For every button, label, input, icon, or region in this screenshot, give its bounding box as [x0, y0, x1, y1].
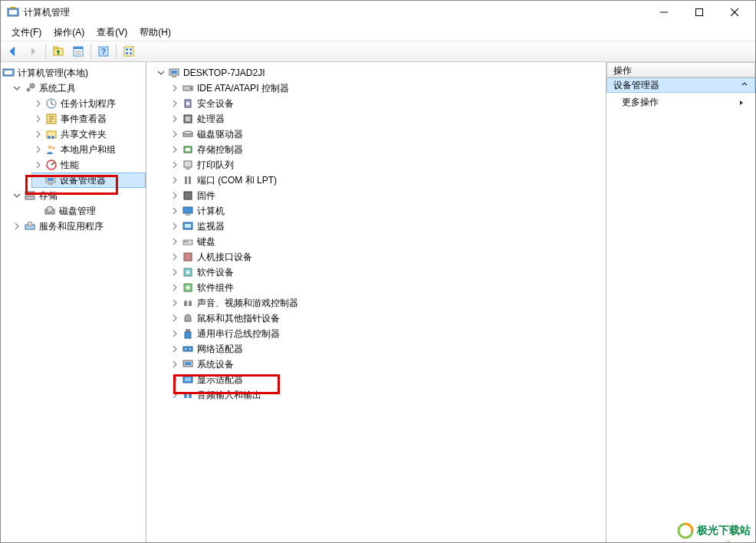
chevron-right-icon[interactable] — [33, 114, 44, 124]
chevron-right-icon[interactable] — [169, 98, 180, 109]
device-item[interactable]: 鼠标和其他指针设备 — [168, 311, 606, 326]
svg-rect-15 — [124, 47, 133, 56]
svg-point-46 — [186, 102, 189, 105]
device-item[interactable]: 软件组件 — [168, 280, 606, 295]
device-item[interactable]: 音频输入和输出 — [168, 387, 606, 403]
chevron-right-icon[interactable] — [169, 190, 180, 201]
device-item[interactable]: 人机接口设备 — [168, 249, 606, 265]
chevron-right-icon[interactable] — [169, 236, 180, 247]
device-item[interactable]: 打印队列 — [168, 157, 606, 173]
device-root[interactable]: DESKTOP-7JAD2JI — [146, 65, 606, 81]
chevron-right-icon[interactable] — [169, 298, 180, 308]
collapse-icon[interactable] — [741, 80, 748, 90]
chevron-down-icon[interactable] — [12, 83, 22, 94]
tree-local-users[interactable]: 本地用户和组 — [31, 142, 146, 157]
properties-button[interactable] — [69, 42, 87, 61]
tree-task-scheduler[interactable]: 任务计划程序 — [31, 96, 146, 111]
svg-point-37 — [47, 206, 53, 212]
menu-view[interactable]: 查看(V) — [90, 25, 133, 41]
view-button[interactable] — [120, 42, 138, 61]
chevron-right-icon[interactable] — [169, 344, 180, 354]
chevron-right-icon[interactable] — [169, 206, 180, 216]
chevron-right-icon[interactable] — [169, 282, 180, 293]
services-icon — [24, 220, 36, 232]
svg-rect-55 — [185, 176, 187, 184]
device-item[interactable]: 端口 (COM 和 LPT) — [168, 173, 606, 188]
chevron-right-icon[interactable] — [169, 144, 180, 155]
device-tree[interactable]: DESKTOP-7JAD2JI IDE ATA/ATAPI 控制器 安全设备 处… — [146, 65, 606, 403]
svg-point-29 — [52, 146, 55, 150]
chevron-right-icon[interactable] — [33, 160, 44, 170]
device-item[interactable]: 显示适配器 — [168, 372, 606, 387]
device-item[interactable]: 系统设备 — [168, 357, 606, 372]
users-icon — [45, 143, 58, 156]
device-item[interactable]: 存储控制器 — [168, 142, 606, 157]
tree-shared-folders[interactable]: 共享文件夹 — [31, 127, 146, 142]
tree-storage[interactable]: 存储 — [10, 188, 146, 203]
tree-performance[interactable]: 性能 — [31, 157, 146, 173]
device-item[interactable]: 监视器 — [168, 219, 606, 234]
device-item[interactable]: 软件设备 — [168, 265, 606, 280]
chevron-right-icon[interactable] — [169, 83, 180, 94]
tree-device-manager[interactable]: 设备管理器 — [31, 173, 146, 188]
chevron-down-icon[interactable] — [156, 67, 166, 78]
back-button[interactable] — [4, 42, 22, 61]
svg-point-72 — [185, 348, 186, 350]
chevron-right-icon[interactable] — [33, 129, 44, 140]
help-button[interactable]: ? — [94, 42, 113, 61]
device-item[interactable]: IDE ATA/ATAPI 控制器 — [168, 81, 606, 96]
device-item[interactable]: 计算机 — [168, 203, 606, 219]
chevron-right-icon[interactable] — [169, 267, 180, 278]
close-button[interactable] — [717, 1, 752, 24]
menu-action[interactable]: 操作(A) — [48, 25, 90, 41]
device-item[interactable]: 固件 — [168, 188, 606, 203]
more-actions[interactable]: 更多操作 — [606, 93, 755, 112]
chevron-right-icon[interactable] — [169, 359, 180, 370]
chevron-right-icon[interactable] — [169, 313, 180, 324]
chevron-right-icon[interactable] — [169, 390, 180, 400]
expand-icon[interactable] — [738, 97, 744, 108]
chevron-down-icon[interactable] — [12, 190, 22, 201]
up-button[interactable] — [49, 42, 67, 61]
watermark: 极光下载站 — [677, 522, 751, 539]
svg-rect-16 — [126, 48, 128, 51]
chevron-right-icon[interactable] — [169, 328, 180, 339]
device-item[interactable]: 网络适配器 — [168, 341, 606, 357]
chevron-right-icon[interactable] — [169, 252, 180, 262]
svg-rect-71 — [183, 347, 192, 351]
chevron-right-icon[interactable] — [12, 221, 22, 232]
left-tree[interactable]: 计算机管理(本地) 系统工具 任务计划程序 事件查看器 — [1, 65, 146, 234]
chevron-right-icon[interactable] — [169, 374, 180, 385]
svg-rect-2 — [11, 7, 15, 8]
chevron-right-icon[interactable] — [169, 160, 180, 170]
chevron-right-icon[interactable] — [169, 221, 180, 232]
chevron-right-icon[interactable] — [33, 98, 44, 109]
tree-root-computer-mgmt[interactable]: 计算机管理(本地) — [1, 65, 146, 81]
device-icon — [182, 159, 194, 171]
chevron-right-icon[interactable] — [33, 144, 44, 155]
tree-disk-mgmt[interactable]: 磁盘管理 — [31, 203, 146, 219]
device-item[interactable]: 声音、视频和游戏控制器 — [168, 295, 606, 311]
tree-system-tools[interactable]: 系统工具 — [10, 81, 146, 96]
tree-services-apps[interactable]: 服务和应用程序 — [10, 219, 146, 234]
maximize-button[interactable] — [682, 1, 717, 24]
tree-event-viewer[interactable]: 事件查看器 — [31, 111, 146, 127]
chevron-right-icon[interactable] — [169, 114, 180, 124]
device-item[interactable]: 键盘 — [168, 234, 606, 249]
device-item[interactable]: 通用串行总线控制器 — [168, 326, 606, 341]
svg-rect-10 — [74, 47, 83, 49]
svg-rect-1 — [9, 10, 17, 15]
chevron-right-icon[interactable] — [169, 129, 180, 140]
device-item[interactable]: 安全设备 — [168, 96, 606, 111]
svg-point-22 — [30, 84, 35, 88]
forward-button[interactable] — [24, 42, 42, 61]
chevron-right-icon[interactable] — [169, 175, 180, 186]
device-item[interactable]: 处理器 — [168, 111, 606, 127]
minimize-button[interactable] — [646, 1, 682, 24]
device-item[interactable]: 磁盘驱动器 — [168, 127, 606, 142]
menu-help[interactable]: 帮助(H) — [133, 25, 177, 41]
actions-group[interactable]: 设备管理器 — [606, 77, 755, 93]
menu-file[interactable]: 文件(F) — [5, 25, 48, 41]
svg-rect-48 — [186, 117, 190, 121]
device-icon — [182, 312, 194, 324]
